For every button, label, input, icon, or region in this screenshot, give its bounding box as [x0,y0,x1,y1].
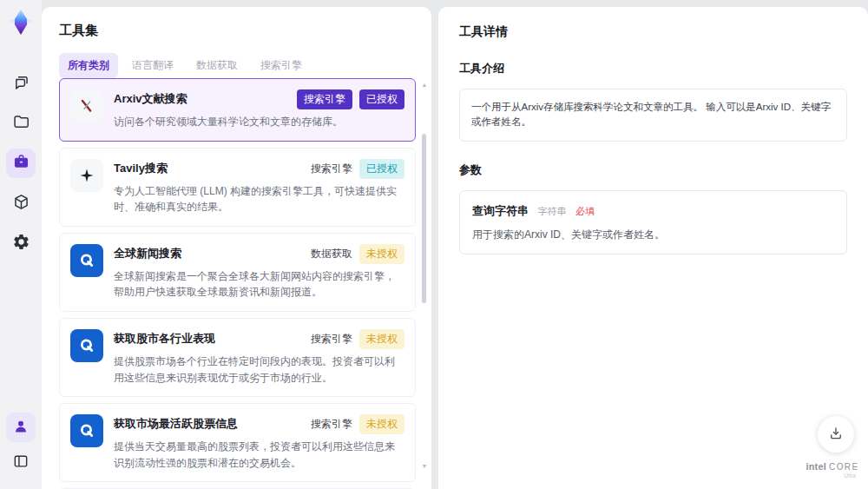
page-title: 工具集 [59,23,431,39]
cube-icon [12,193,30,214]
tool-description: 提供股票市场各个行业在特定时间段内的表现。投资者可以利用这些信息来识别表现优于或… [114,354,404,386]
sidebar-item-models[interactable] [6,188,36,218]
sidebar-item-tools[interactable] [6,149,36,178]
parameter-card: 查询字符串 字符串 必填 用于搜索的Arxiv ID、关键字或作者姓名。 [459,190,847,254]
tool-name: 获取股市各行业表现 [114,329,215,347]
parameter-description: 用于搜索的Arxiv ID、关键字或作者姓名。 [472,228,834,242]
briefcase-icon [12,153,30,174]
sidebar-item-collapse[interactable] [6,447,36,477]
sidebar-item-account[interactable] [6,413,36,442]
chat-icon [12,73,30,94]
download-icon [828,426,844,444]
download-button[interactable] [818,416,854,453]
tool-card[interactable]: 获取股市各行业表现 搜索引擎 未授权 提供股票市场各个行业在特定时间段内的表现。… [59,318,416,397]
arxiv-logo-icon [70,89,103,122]
scroll-down-icon[interactable]: ▼ [420,463,429,470]
scrollbar-thumb[interactable] [422,134,426,303]
tool-auth-badge: 已授权 [359,89,404,109]
list-scrollbar[interactable]: ▲ ▼ [420,80,429,486]
user-icon [12,418,30,438]
news-app-icon [70,329,103,362]
tool-description: 专为人工智能代理 (LLM) 构建的搜索引擎工具，可快速提供实时、准确和真实的结… [114,183,404,215]
brand-core-text: core [829,462,859,472]
parameter-type: 字符串 [537,206,566,216]
tool-category-tag: 搜索引擎 [311,329,352,349]
tool-list: Arxiv文献搜索 搜索引擎 已授权 访问各个研究领域大量科学论文和文章的存储库… [59,78,416,489]
params-heading: 参数 [459,162,847,178]
tab-all-categories[interactable]: 所有类别 [59,53,118,78]
tab-category-1[interactable]: 语言翻译 [123,53,182,78]
news-app-icon [70,244,103,277]
tool-detail-panel: 工具详情 工具介绍 一个用于从Arxiv存储库搜索科学论文和文章的工具。 输入可… [438,7,868,489]
tavily-star-icon [70,159,103,192]
tool-description: 全球新闻搜索是一个聚合全球各大新闻网站内容的搜索引擎，帮助用户快速获取全球最新资… [114,268,404,301]
intro-heading: 工具介绍 [459,61,847,76]
gear-icon [12,233,30,254]
tool-auth-badge: 未授权 [359,414,404,434]
parameter-required-badge: 必填 [575,206,595,216]
sidebar-item-settings[interactable] [6,228,36,258]
tool-category-tag: 数据获取 [311,244,352,264]
sidebar-item-files[interactable] [6,109,36,138]
scroll-up-icon[interactable]: ▲ [420,82,429,89]
news-app-icon [70,414,103,447]
parameter-name: 查询字符串 [472,204,529,217]
tool-name: Arxiv文献搜索 [114,89,187,107]
tool-category-tag: 搜索引擎 [297,89,352,109]
tool-list-panel: 工具集 所有类别语言翻译数据获取搜索引擎 Arxiv文献搜索 搜索引擎 已授权 … [42,7,431,489]
tool-category-tag: 搜索引擎 [311,414,352,434]
brand-edition-text: Ultra [806,472,859,479]
category-tabs: 所有类别语言翻译数据获取搜索引擎 [59,53,431,78]
tool-auth-badge: 未授权 [359,244,404,264]
detail-title: 工具详情 [459,24,847,40]
tool-intro-text: 一个用于从Arxiv存储库搜索科学论文和文章的工具。 输入可以是Arxiv ID… [459,89,847,142]
tool-auth-badge: 未授权 [359,329,404,349]
tool-description: 访问各个研究领域大量科学论文和文章的存储库。 [114,114,404,130]
tool-name: Tavily搜索 [114,159,168,176]
tool-name: 获取市场最活跃股票信息 [114,414,238,432]
sidebar-item-chat[interactable] [6,69,36,98]
app-sidebar [0,0,42,489]
panel-icon [12,453,30,472]
tab-category-2[interactable]: 数据获取 [187,53,247,78]
tool-name: 全球新闻搜索 [114,244,181,261]
app-logo-icon [6,8,36,37]
tool-card[interactable]: 获取市场最活跃股票信息 搜索引擎 未授权 提供当天交易量最高的股票列表，投资者可… [59,403,416,482]
tool-card[interactable]: 全球新闻搜索 数据获取 未授权 全球新闻搜索是一个聚合全球各大新闻网站内容的搜索… [59,233,416,312]
main-content: 工具集 所有类别语言翻译数据获取搜索引擎 Arxiv文献搜索 搜索引擎 已授权 … [42,7,868,489]
tab-category-3[interactable]: 搜索引擎 [252,53,311,78]
tool-category-tag: 搜索引擎 [311,159,352,179]
folder-icon [12,113,30,134]
tool-auth-badge: 已授权 [359,159,404,179]
tool-description: 提供当天交易量最高的股票列表，投资者可以利用这些信息来识别流动性强的股票和潜在的… [114,439,404,471]
brand-intel-text: intel [806,461,826,472]
tool-card[interactable]: Arxiv文献搜索 搜索引擎 已授权 访问各个研究领域大量科学论文和文章的存储库… [59,78,416,142]
tool-card[interactable]: Tavily搜索 搜索引擎 已授权 专为人工智能代理 (LLM) 构建的搜索引擎… [59,148,416,227]
intel-core-logo: intelcore Ultra [806,461,859,479]
